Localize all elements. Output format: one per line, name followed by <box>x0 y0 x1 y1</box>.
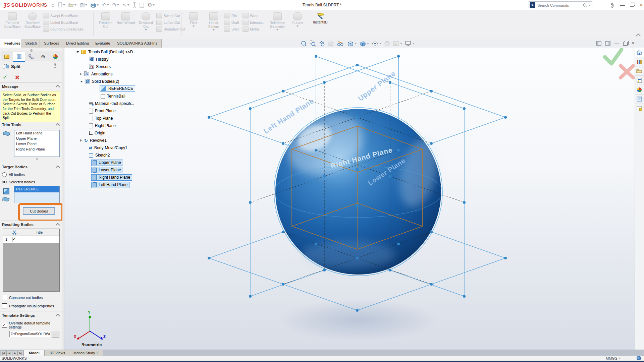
tab-direct-editing[interactable]: Direct Editing <box>62 39 93 48</box>
tree-item-revolve1[interactable]: ↻Revolve1 <box>80 137 107 144</box>
expanded-icon[interactable] <box>76 51 79 53</box>
view-palette-tab-button[interactable] <box>635 76 644 85</box>
ribbon-shell[interactable]: Shell <box>224 26 239 32</box>
chevron-down-icon[interactable] <box>379 43 381 44</box>
prev-tab-button[interactable]: ◀ <box>6 351 12 356</box>
tab-evaluate[interactable]: Evaluate <box>91 39 115 48</box>
annotation-visibility-button[interactable] <box>336 40 344 47</box>
ribbon-reference-geometry[interactable]: Reference Geometry <box>268 11 287 31</box>
tab-dimxpertmanager[interactable]: ⊕ <box>37 52 49 61</box>
zoom-to-area-button[interactable] <box>309 40 317 47</box>
target-bodies-list[interactable]: REFERENCE <box>14 186 60 203</box>
tree-item-solid-bodies[interactable]: Solid Bodies(2) <box>80 78 119 85</box>
tree-item-right-plane[interactable]: Right Plane <box>85 122 116 129</box>
list-item[interactable]: Upper Plane <box>14 136 59 141</box>
ribbon-draft[interactable]: Draft <box>224 19 239 25</box>
ribbon-curves[interactable]: Curves <box>288 11 307 27</box>
chevron-down-icon[interactable] <box>367 43 369 44</box>
row-title-cell[interactable] <box>19 236 59 243</box>
web-help-icon[interactable] <box>637 356 641 360</box>
view-orientation-button[interactable] <box>346 40 357 47</box>
search-icon[interactable] <box>583 3 587 8</box>
ribbon-lofted-boss-base[interactable]: Lofted Boss/Base <box>43 19 83 25</box>
tab-featuremanager-tree[interactable] <box>1 52 13 61</box>
tab-surfaces[interactable]: Surfaces <box>40 39 63 48</box>
tree-item-body-move-copy[interactable]: ⇄Body-Move/Copy1 <box>85 144 127 151</box>
last-tab-button[interactable]: ▶| <box>18 351 23 356</box>
tab-model[interactable]: Model <box>24 350 45 356</box>
tab-propertymanager[interactable] <box>13 52 25 62</box>
cancel-button[interactable] <box>15 75 19 80</box>
ribbon-collapse-icon[interactable] <box>636 34 641 38</box>
selected-bodies-radio[interactable]: Selected bodies <box>2 180 35 184</box>
ribbon-intersect[interactable]: Intersect <box>243 19 263 25</box>
panel-resize-handle[interactable] <box>30 49 33 52</box>
tab-sketch[interactable]: Sketch <box>21 39 41 48</box>
ribbon-revolved-cut[interactable]: Revolved Cut <box>136 11 156 31</box>
tree-item-lower-plane[interactable]: Lower Plane <box>91 167 123 173</box>
close-button[interactable]: × <box>637 1 644 9</box>
tree-item-right-hand-plane[interactable]: Right Hand Plane <box>91 174 132 181</box>
resources-tab-button[interactable] <box>635 57 644 66</box>
next-tab-button[interactable]: ▶ <box>12 351 18 356</box>
tree-item-origin[interactable]: Origin <box>85 130 105 136</box>
collapse-template-icon[interactable] <box>56 314 60 318</box>
pane-right-icon[interactable] <box>605 41 610 46</box>
units-selector[interactable]: MMGS <box>606 356 621 360</box>
ribbon-hole-wizard[interactable]: Hole Wizard <box>116 11 136 25</box>
collapse-trim-icon[interactable] <box>56 123 60 127</box>
tab-solidworks-addins[interactable]: SOLIDWORKS Add-Ins <box>113 39 162 48</box>
tab-displaymanager[interactable] <box>49 52 61 61</box>
search-input[interactable] <box>537 3 583 8</box>
row-checkbox[interactable] <box>12 237 17 242</box>
trim-tools-list[interactable]: Left Hand Plane Upper Plane Lower Plane … <box>14 130 60 157</box>
ribbon-extruded-boss-base[interactable]: Extruded Boss/Base <box>3 11 22 28</box>
zoom-to-fit-button[interactable] <box>300 40 308 47</box>
browse-button[interactable]: ... <box>52 331 59 338</box>
collapse-resulting-icon[interactable] <box>56 223 60 227</box>
collapsed-icon[interactable] <box>80 73 82 75</box>
tree-item-upper-plane[interactable]: Upper Plane <box>91 159 123 166</box>
tree-item-reference-body[interactable]: REFERENCE <box>100 85 135 92</box>
ribbon-fillet[interactable]: Fillet <box>184 11 203 27</box>
edit-appearance-button[interactable] <box>383 40 391 47</box>
tree-item-sensors[interactable]: Sensors <box>85 63 111 70</box>
tree-item-history[interactable]: History <box>85 56 108 63</box>
chevron-down-icon[interactable] <box>276 29 278 31</box>
list-item[interactable]: Left Hand Plane <box>14 130 59 136</box>
tab-configurationmanager[interactable] <box>25 52 37 61</box>
chevron-down-icon[interactable] <box>413 43 415 44</box>
appearances-tab-button[interactable] <box>635 85 644 95</box>
tree-item-left-hand-plane[interactable]: Left Hand Plane <box>91 181 129 188</box>
pane-left-icon[interactable] <box>596 41 601 46</box>
all-bodies-radio[interactable]: All bodies <box>2 172 25 177</box>
chevron-down-icon[interactable] <box>193 25 195 27</box>
home-tab-button[interactable] <box>635 48 644 57</box>
collapsed-icon[interactable] <box>80 139 82 142</box>
tree-item-material[interactable]: Material <not specifi... <box>85 100 134 107</box>
chevron-down-icon[interactable] <box>619 358 621 359</box>
override-template-option[interactable]: Override default template settings <box>2 321 62 329</box>
doc-minimize-button[interactable]: — <box>614 41 619 46</box>
ribbon-swept-boss-base[interactable]: Swept Boss/Base <box>43 13 83 18</box>
tab-3d-views[interactable]: 3D Views <box>45 350 70 356</box>
ribbon-wrap[interactable]: Wrap <box>243 13 263 18</box>
display-style-button[interactable] <box>359 40 369 47</box>
apply-scene-button[interactable] <box>392 40 402 47</box>
list-resize-handle[interactable] <box>36 158 38 160</box>
doc-close-button[interactable]: × <box>632 40 635 46</box>
chevron-down-icon[interactable] <box>213 29 215 31</box>
ribbon-instant3d[interactable]: Instant3D <box>311 11 330 24</box>
account-button[interactable] <box>596 1 605 9</box>
ok-button[interactable]: ✓ <box>3 74 7 81</box>
cut-bodies-button[interactable]: Cut Bodies <box>23 207 55 215</box>
collapse-message-icon[interactable] <box>56 85 60 89</box>
view-settings-button[interactable] <box>404 40 415 47</box>
tree-item-top-plane[interactable]: Top Plane <box>85 115 113 122</box>
chevron-down-icon[interactable] <box>400 43 402 44</box>
table-row[interactable]: 1 <box>3 236 59 243</box>
help-button[interactable]: ? <box>608 1 616 9</box>
chevron-down-icon[interactable] <box>297 25 299 27</box>
first-tab-button[interactable]: |◀ <box>1 351 6 356</box>
minimize-button[interactable]: — <box>618 1 627 9</box>
